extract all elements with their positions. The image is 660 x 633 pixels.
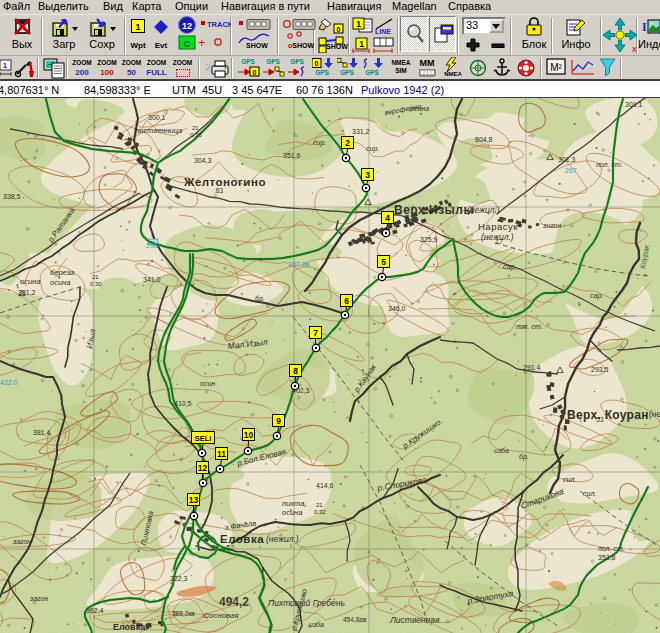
- svg-text:1: 1: [359, 39, 364, 49]
- svg-text:LINE: LINE: [375, 28, 391, 35]
- svg-text:1: 1: [135, 22, 140, 32]
- svg-text:0: 0: [253, 69, 257, 76]
- svg-text:1: 1: [356, 19, 361, 29]
- svg-text:M²: M²: [550, 62, 562, 73]
- svg-text:TRACK: TRACK: [207, 20, 231, 29]
- svg-text:0: 0: [337, 26, 341, 33]
- svg-text:+: +: [198, 35, 206, 50]
- svg-text:0: 0: [315, 60, 319, 67]
- svg-text:I: I: [642, 20, 647, 34]
- svg-text:x: x: [632, 44, 637, 54]
- svg-text:12: 12: [182, 21, 192, 31]
- svg-text:1: 1: [3, 61, 8, 70]
- svg-text:C: C: [184, 39, 191, 49]
